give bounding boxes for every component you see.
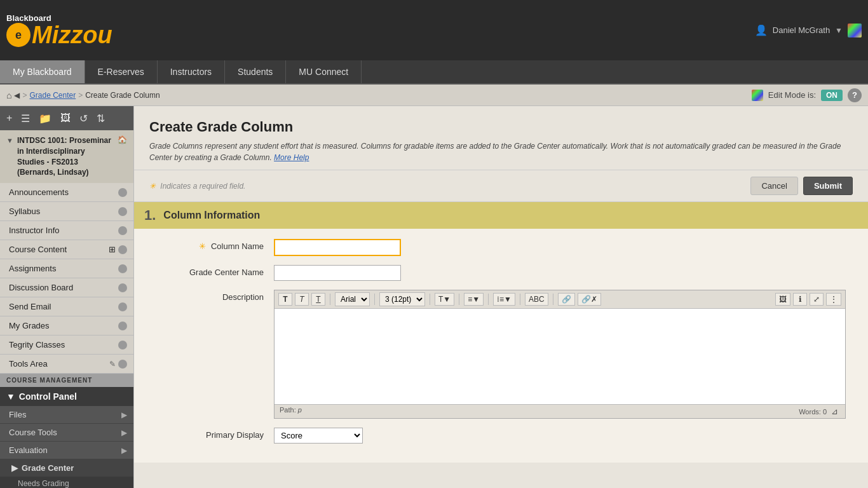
sidebar-item-my-grades[interactable]: My Grades [0, 316, 133, 336]
sort-icon[interactable]: ⇅ [94, 111, 107, 126]
rte-toolbar: T T T Arial 3 (12pt) [275, 290, 845, 309]
course-content-dot [118, 245, 127, 254]
sidebar-item-instructor-info[interactable]: Instructor Info [0, 221, 133, 240]
rte-right-icons: Words: 0 ⊿ [799, 406, 840, 417]
cp-item-course-tools[interactable]: Course Tools ▶ [0, 424, 133, 442]
breadcrumb: ⌂ ◀ > Grade Center > Create Grade Column [6, 90, 160, 100]
rte-indent-btn[interactable]: ⁞≡▼ [493, 293, 515, 306]
grade-center-name-input[interactable] [274, 265, 401, 281]
announcements-label: Announcements [9, 187, 69, 197]
column-name-row: ✳ Column Name [149, 239, 853, 256]
sidebar-toolbar: + ☰ 📁 🖼 ↺ ⇅ [0, 106, 133, 130]
submit-button[interactable]: Submit [803, 177, 853, 195]
sidebar-item-assignments[interactable]: Assignments [0, 259, 133, 278]
required-star-icon: ✳ [149, 182, 156, 191]
home-icon[interactable]: ⌂ [6, 90, 11, 100]
syllabus-label: Syllabus [9, 207, 40, 216]
logo-circle: e [6, 23, 31, 47]
primary-display-select[interactable]: Score [274, 428, 363, 444]
rte-img-btn[interactable]: 🖼 [775, 293, 790, 306]
folder-icon[interactable]: 📁 [36, 111, 54, 126]
back-icon[interactable]: ◀ [14, 91, 20, 100]
rte-more-btn[interactable]: ⋮ [826, 293, 841, 306]
sidebar-item-tools-area[interactable]: Tools Area ✎ [0, 355, 133, 374]
course-title[interactable]: ▼ INTDSC 1001: Proseminar in Interdiscip… [0, 130, 133, 183]
sidebar-item-announcements[interactable]: Announcements [0, 183, 133, 202]
sidebar-item-course-content[interactable]: Course Content ⊞ [0, 240, 133, 259]
refresh-icon[interactable]: ↺ [77, 111, 90, 126]
rte-divider6 [520, 294, 520, 305]
tab-mu-connect[interactable]: MU Connect [286, 60, 362, 83]
user-dropdown-arrow[interactable]: ▼ [835, 26, 843, 35]
logo-area: Blackboard e Mizzou [6, 13, 112, 47]
section-title-bar: 1. Column Information [134, 202, 868, 229]
list-icon[interactable]: ☰ [18, 111, 32, 126]
add-button[interactable]: + [4, 111, 15, 125]
grade-center-label: Grade Center [22, 463, 74, 473]
content-area: Create Grade Column Grade Columns repres… [134, 106, 868, 488]
discussion-board-label: Discussion Board [9, 283, 73, 292]
more-help-link[interactable]: More Help [274, 153, 309, 162]
discussion-dot [118, 283, 127, 292]
cancel-button[interactable]: Cancel [750, 177, 797, 195]
section-number: 1. [144, 207, 156, 224]
rte-list-btn[interactable]: ≡▼ [464, 293, 484, 306]
instructor-info-dot [118, 226, 127, 235]
rte-bold-btn[interactable]: T [278, 293, 292, 306]
cp-item-evaluation[interactable]: Evaluation ▶ [0, 442, 133, 459]
tools-edit-icon: ✎ [109, 360, 116, 369]
help-button[interactable]: ? [848, 88, 862, 102]
image-icon[interactable]: 🖼 [58, 111, 73, 125]
cp-item-files[interactable]: Files ▶ [0, 406, 133, 424]
edit-mode-toggle[interactable]: ON [821, 90, 843, 101]
section-column-information: 1. Column Information ✳ Column Name Grad… [134, 202, 868, 463]
grade-center-name-row: Grade Center Name [149, 265, 853, 281]
course-content-icon: ⊞ [109, 245, 116, 254]
grade-center-arrow: ▶ [11, 463, 18, 473]
primary-display-row: Primary Display Score [149, 428, 853, 444]
sidebar-item-syllabus[interactable]: Syllabus [0, 202, 133, 221]
syllabus-dot [118, 207, 127, 216]
rte-divider1 [330, 294, 330, 305]
control-panel-header[interactable]: ▼ Control Panel [0, 387, 133, 406]
rte-fullscreen-btn[interactable]: ⤢ [810, 293, 824, 306]
top-header: Blackboard e Mizzou 👤 Daniel McGrath ▼ [0, 0, 868, 60]
evaluation-arrow: ▶ [121, 446, 127, 455]
sidebar-item-discussion-board[interactable]: Discussion Board [0, 278, 133, 297]
rte-italic-btn[interactable]: T [295, 293, 309, 306]
form-actions-top: ✳ Indicates a required field. Cancel Sub… [134, 170, 868, 202]
send-email-label: Send Email [9, 302, 51, 311]
rte-unlink-btn[interactable]: 🔗✗ [578, 293, 601, 306]
tab-my-blackboard[interactable]: My Blackboard [0, 60, 85, 83]
tab-instructors[interactable]: Instructors [158, 60, 225, 83]
breadcrumb-grade-center[interactable]: Grade Center [29, 91, 76, 100]
edit-mode-label: Edit Mode is: [768, 90, 816, 100]
column-name-input[interactable] [274, 239, 401, 256]
my-grades-label: My Grades [9, 321, 50, 330]
rte-size-select[interactable]: 3 (12pt) [379, 292, 425, 306]
sidebar-item-tegrity[interactable]: Tegrity Classes [0, 336, 133, 355]
rte-link-btn[interactable]: 🔗 [558, 293, 575, 306]
rte-text-color-btn[interactable]: T▼ [435, 293, 454, 306]
rte-divider2 [374, 294, 375, 305]
required-note: ✳ Indicates a required field. [149, 182, 245, 191]
tegrity-label: Tegrity Classes [9, 340, 65, 349]
sidebar-item-send-email[interactable]: Send Email [0, 297, 133, 316]
rte-spellcheck-btn[interactable]: ABC [525, 293, 548, 306]
course-arrow-icon: ▼ [6, 137, 13, 144]
rte-info-btn[interactable]: ℹ [793, 293, 807, 306]
tab-e-reserves[interactable]: E-Reserves [85, 60, 158, 83]
grade-center-item[interactable]: ▶ Grade Center [0, 459, 133, 477]
section-title: Column Information [163, 210, 260, 221]
rte-underline-btn[interactable]: T [311, 293, 325, 306]
announcements-dot [118, 188, 127, 197]
rte-footer: Path: p Words: 0 ⊿ [275, 404, 845, 418]
rte-content-area[interactable] [275, 309, 845, 404]
rte-resize-handle[interactable]: ⊿ [829, 406, 840, 417]
home-course-icon: 🏠 [118, 135, 127, 144]
color-picker-icon[interactable] [752, 90, 763, 101]
tegrity-dot [118, 341, 127, 349]
needs-grading-item[interactable]: Needs Grading [0, 477, 133, 488]
tab-students[interactable]: Students [225, 60, 286, 83]
rte-font-select[interactable]: Arial [335, 292, 370, 306]
